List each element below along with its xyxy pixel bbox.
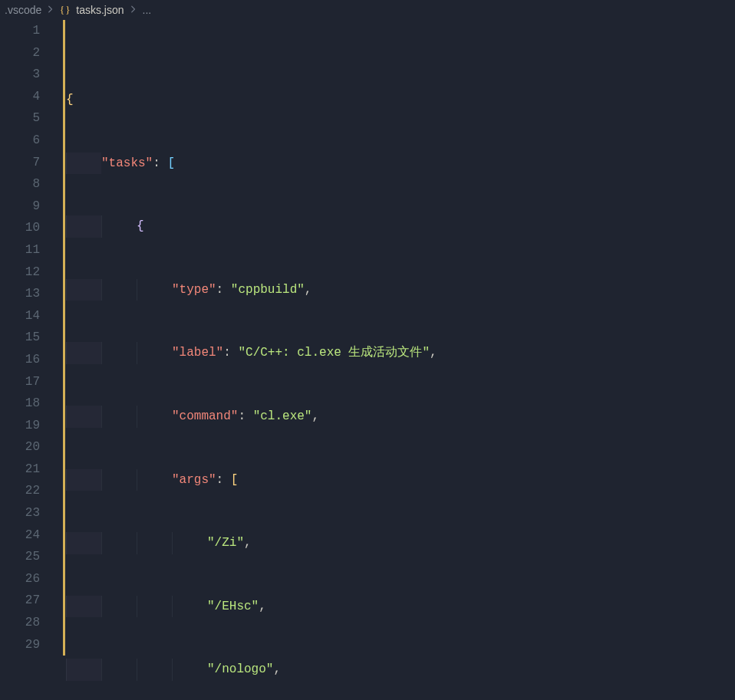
code-line[interactable]: "command": "cl.exe",	[54, 406, 735, 428]
json-key: "label"	[172, 346, 223, 360]
line-number: 18	[0, 393, 40, 415]
line-number: 6	[0, 130, 40, 152]
open-bracket-token: [	[167, 156, 175, 170]
line-number: 2	[0, 42, 40, 64]
colon-token: :	[238, 409, 246, 423]
svg-text:{: {	[60, 5, 64, 15]
code-line[interactable]: "tasks": [	[54, 153, 735, 175]
line-number: 16	[0, 349, 40, 371]
json-string: "cl.exe"	[253, 409, 312, 423]
line-number: 5	[0, 107, 40, 130]
line-number: 9	[0, 196, 40, 218]
line-number: 10	[0, 217, 40, 239]
line-number: 25	[0, 546, 40, 568]
modified-indicator	[63, 20, 65, 656]
json-key: "command"	[172, 409, 238, 423]
code-line[interactable]: "label": "C/C++: cl.exe 生成活动文件",	[54, 342, 735, 364]
line-number: 22	[0, 480, 40, 502]
breadcrumb-folder[interactable]: .vscode	[5, 4, 41, 16]
line-number: 21	[0, 458, 40, 481]
comma-token: ,	[273, 662, 281, 676]
open-brace-token: {	[66, 93, 74, 107]
line-number: 14	[0, 305, 40, 327]
line-number: 3	[0, 64, 40, 86]
line-number: 20	[0, 436, 40, 458]
open-brace-token: {	[137, 219, 144, 233]
line-numbers: 1 2 3 4 5 6 7 8 9 10 11 12 13 14 15 16 1…	[0, 20, 54, 700]
line-number: 29	[0, 634, 40, 656]
code-line[interactable]: "/Zi",	[54, 532, 735, 554]
code-line[interactable]: "args": [	[54, 469, 735, 491]
line-number: 12	[0, 261, 40, 284]
chevron-right-icon	[46, 4, 55, 16]
line-number: 26	[0, 568, 40, 590]
code-line[interactable]: "type": "cppbuild",	[54, 279, 735, 301]
breadcrumb-file-label: tasks.json	[76, 4, 124, 16]
colon-token: :	[153, 156, 160, 170]
colon-token: :	[216, 283, 224, 297]
line-number: 24	[0, 524, 40, 547]
code-line[interactable]: {	[54, 89, 735, 111]
json-key: "args"	[172, 473, 216, 487]
line-number: 13	[0, 283, 40, 305]
json-string: "/Zi"	[207, 536, 244, 550]
json-string: "/EHsc"	[207, 600, 259, 613]
code-editor[interactable]: 1 2 3 4 5 6 7 8 9 10 11 12 13 14 15 16 1…	[0, 20, 735, 700]
line-number: 23	[0, 502, 40, 524]
line-number: 17	[0, 371, 40, 393]
json-key: "type"	[172, 283, 216, 297]
json-string: "C/C++: cl.exe 生成活动文件"	[238, 346, 430, 360]
chevron-right-icon	[129, 4, 138, 16]
line-number: 1	[0, 20, 40, 42]
code-line[interactable]: {	[54, 215, 735, 238]
json-string: "cppbuild"	[231, 283, 305, 297]
line-number: 4	[0, 86, 40, 108]
code-area[interactable]: { "tasks": [ { "type": "cppbuild", "labe…	[54, 20, 735, 700]
breadcrumb-extra[interactable]: ...	[143, 4, 152, 16]
json-key: "tasks"	[101, 156, 153, 170]
code-line[interactable]: "/nologo",	[54, 659, 735, 681]
comma-token: ,	[430, 346, 437, 360]
comma-token: ,	[244, 536, 252, 550]
code-line[interactable]: "/EHsc",	[54, 596, 735, 618]
colon-token: :	[223, 346, 231, 360]
comma-token: ,	[305, 283, 312, 297]
line-number: 7	[0, 152, 40, 174]
line-number: 19	[0, 415, 40, 437]
line-number: 8	[0, 173, 40, 196]
line-number: 11	[0, 239, 40, 261]
json-string: "/nologo"	[207, 662, 273, 676]
open-bracket-token: [	[231, 473, 239, 487]
breadcrumb-file[interactable]: {} tasks.json	[60, 4, 124, 16]
comma-token: ,	[311, 409, 319, 423]
line-number: 27	[0, 590, 40, 612]
line-number: 28	[0, 612, 40, 634]
json-file-icon: {}	[60, 5, 71, 16]
colon-token: :	[216, 473, 224, 487]
svg-text:}: }	[66, 5, 71, 15]
comma-token: ,	[259, 600, 266, 613]
breadcrumb[interactable]: .vscode {} tasks.json ...	[0, 0, 735, 20]
line-number: 15	[0, 327, 40, 349]
